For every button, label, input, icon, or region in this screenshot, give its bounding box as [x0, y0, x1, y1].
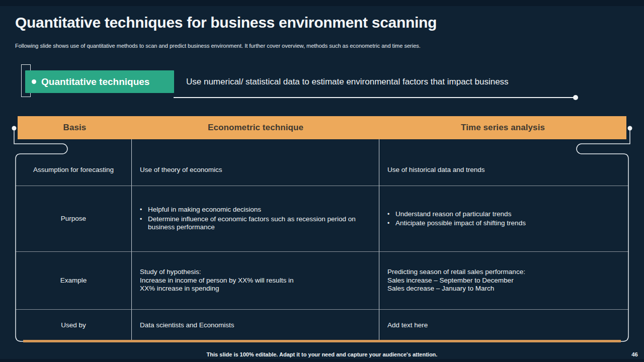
bullet-text: Helpful in making economic decisions — [148, 206, 261, 214]
cell-line: Sales decrease – January to March — [387, 285, 621, 293]
cell-time-series-row4: Add text here — [379, 310, 628, 341]
cell-basis-row1: Assumption for forecasting — [16, 139, 132, 186]
cell-line: Study of hypothesis: — [140, 268, 372, 277]
cell-text: Assumption for forecasting — [33, 166, 114, 174]
footer-note: This slide is 100% editable. Adapt it to… — [0, 351, 644, 357]
cell-line: Increase in income of person by XX% will… — [140, 277, 372, 285]
cell-text: Data scientists and Economists — [140, 321, 372, 330]
bullet-item: Anticipate possible impact of shifting t… — [387, 219, 621, 228]
table-bottom-accent-line — [23, 340, 621, 342]
connector-line — [174, 97, 575, 98]
slide-subtitle: Following slide shows use of quantitativ… — [15, 42, 594, 49]
cell-time-series-row2: Understand reason of particular trends A… — [379, 186, 628, 252]
cell-time-series-row3: Predicting season of retail sales perfor… — [379, 252, 628, 310]
cell-line: Sales increase – September to December — [387, 277, 621, 285]
cell-econometric-row1: Use of theory of economics — [132, 139, 379, 186]
cell-line: Predicting season of retail sales perfor… — [387, 268, 621, 277]
header-cell-basis: Basis — [18, 116, 132, 139]
cell-basis-row4: Used by — [16, 310, 132, 341]
cell-basis-row2: Purpose — [16, 186, 132, 252]
cell-text: Use of historical data and trends — [387, 166, 621, 174]
cell-econometric-row2: Helpful in making economic decisions Det… — [132, 186, 379, 252]
quantitative-techniques-badge: Quantitative techniques — [25, 70, 174, 93]
header-cell-time-series: Time series analysis — [379, 116, 626, 139]
slide: Quantitative techniques for business env… — [0, 0, 644, 362]
bullet-item: Understand reason of particular trends — [387, 210, 621, 219]
slide-title: Quantitative techniques for business env… — [15, 14, 569, 31]
cell-text: Purpose — [61, 215, 86, 223]
bullet-text: Anticipate possible impact of shifting t… — [395, 219, 526, 228]
cell-time-series-row1: Use of historical data and trends — [379, 139, 628, 186]
bullet-item: Helpful in making economic decisions — [140, 206, 372, 214]
cell-econometric-row3: Study of hypothesis: Increase in income … — [132, 252, 379, 310]
bullet-icon — [387, 210, 395, 219]
page-number: 46 — [631, 351, 638, 357]
top-band — [0, 0, 644, 6]
bullet-text: Understand reason of particular trends — [395, 210, 511, 219]
callout-description: Use numerical/ statistical data to estim… — [186, 70, 579, 93]
header-left-dot-icon — [12, 126, 17, 131]
header-cell-econometric: Econometric technique — [132, 116, 379, 139]
bullet-icon — [140, 206, 148, 214]
cell-text: Use of theory of economics — [140, 166, 372, 174]
bullet-icon — [387, 219, 395, 228]
cell-text: Add text here — [387, 321, 621, 330]
bottom-band — [0, 359, 644, 362]
cell-text: Used by — [61, 321, 86, 330]
cell-basis-row3: Example — [16, 252, 132, 310]
connector-end-dot-icon — [573, 95, 578, 100]
bullet-text: Determine influence of economic factors … — [148, 215, 372, 232]
cell-text: Example — [60, 277, 87, 285]
cell-econometric-row4: Data scientists and Economists — [132, 310, 379, 341]
bullet-icon — [140, 215, 148, 224]
badge-bullet-icon — [32, 79, 36, 84]
badge-label: Quantitative techniques — [41, 76, 149, 87]
table-header-bar: Basis Econometric technique Time series … — [18, 116, 626, 139]
cell-line: XX% increase in spending — [140, 285, 372, 293]
header-right-dot-icon — [628, 126, 632, 131]
table-body: Assumption for forecasting Use of theory… — [16, 139, 628, 341]
bullet-item: Determine influence of economic factors … — [140, 215, 372, 232]
